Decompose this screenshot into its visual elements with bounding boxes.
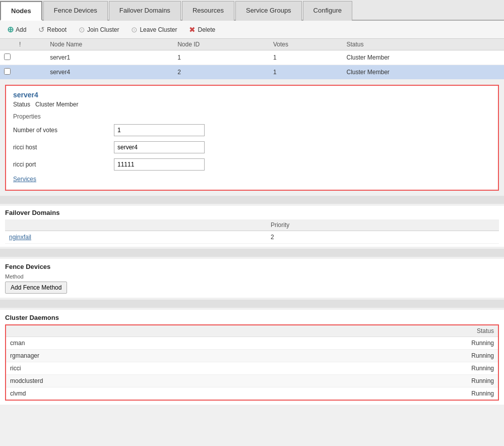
row-checkbox-cell-1[interactable]: [0, 65, 15, 80]
row-votes-1: 1: [269, 65, 343, 80]
col-status: Status: [343, 39, 504, 50]
properties-section: Properties Number of votes ricci host ri…: [13, 113, 491, 171]
votes-label: Number of votes: [13, 127, 114, 134]
tab-service-groups[interactable]: Service Groups: [235, 1, 302, 21]
fd-col-priority: Priority: [267, 219, 499, 231]
properties-label: Properties: [13, 113, 491, 120]
row-indicator-1: [15, 65, 46, 80]
fd-table-row[interactable]: nginxfail 2: [5, 231, 499, 244]
col-node-name: Node Name: [46, 39, 173, 50]
status-value: Cluster Member: [35, 101, 78, 108]
join-cluster-label: Join Cluster: [87, 26, 119, 33]
daemon-status-4: Running: [287, 387, 498, 401]
row-votes-0: 1: [269, 50, 343, 65]
tab-nodes[interactable]: Nodes: [0, 1, 42, 21]
separator-3: [0, 300, 504, 308]
cluster-daemons-heading: Cluster Daemons: [5, 314, 499, 321]
failover-domains-section: Failover Domains Priority nginxfail 2: [0, 206, 504, 247]
col-votes: Votes: [269, 39, 343, 50]
tab-failover-domains[interactable]: Failover Domains: [109, 1, 181, 21]
col-indicator: !: [15, 39, 46, 50]
daemon-name-2: ricci: [6, 362, 287, 375]
fd-row-priority-0: 2: [267, 231, 499, 244]
daemon-table-row: clvmd Running: [6, 387, 498, 401]
row-name-0: server1: [46, 50, 173, 65]
daemons-table: Status cman Running rgmanager Running ri…: [5, 324, 499, 401]
fence-devices-heading: Fence Devices: [5, 263, 499, 270]
reboot-icon: ↺: [38, 25, 45, 34]
row-checkbox-cell-0[interactable]: [0, 50, 15, 65]
daemon-status-2: Running: [287, 362, 498, 375]
separator-1: [0, 196, 504, 204]
row-checkbox-0[interactable]: [4, 53, 11, 60]
fd-row-name-0[interactable]: nginxfail: [5, 231, 267, 244]
tab-resources[interactable]: Resources: [182, 1, 234, 21]
join-cluster-button[interactable]: ⊙ Join Cluster: [77, 24, 121, 35]
row-nodeid-1: 2: [173, 65, 269, 80]
row-status-0: Cluster Member: [343, 50, 504, 65]
tab-bar: Nodes Fence Devices Failover Domains Res…: [0, 0, 504, 21]
failover-domains-heading: Failover Domains: [5, 209, 499, 216]
toolbar: ⊕ Add ↺ Reboot ⊙ Join Cluster ⊙ Leave Cl…: [0, 21, 504, 39]
votes-input[interactable]: [114, 124, 205, 136]
col-checkbox: [0, 39, 15, 50]
add-button[interactable]: ⊕ Add: [5, 24, 28, 35]
daemon-table-row: cman Running: [6, 337, 498, 350]
reboot-label: Reboot: [47, 26, 67, 33]
fd-col-name: [5, 219, 267, 231]
delete-icon: ✖: [189, 25, 196, 34]
fence-devices-section: Fence Devices Method Add Fence Method: [0, 259, 504, 298]
prop-row-ricci-host: ricci host: [13, 141, 491, 153]
daemon-status-1: Running: [287, 350, 498, 362]
daemon-table-row: ricci Running: [6, 362, 498, 375]
failover-domains-table: Priority nginxfail 2: [5, 219, 499, 244]
row-status-1: Cluster Member: [343, 65, 504, 80]
table-row[interactable]: server4 2 1 Cluster Member: [0, 65, 504, 80]
tab-fence-devices[interactable]: Fence Devices: [43, 1, 108, 21]
delete-label: Delete: [198, 26, 215, 33]
add-fence-method-button[interactable]: Add Fence Method: [5, 282, 67, 294]
add-icon: ⊕: [7, 25, 14, 34]
fence-method-label: Method: [5, 273, 499, 280]
prop-row-ricci-port: ricci port: [13, 158, 491, 171]
delete-button[interactable]: ✖ Delete: [187, 24, 217, 35]
node-table: ! Node Name Node ID Votes Status server1…: [0, 39, 504, 80]
daemon-name-4: clvmd: [6, 387, 287, 401]
prop-row-votes: Number of votes: [13, 124, 491, 136]
main-content: ! Node Name Node ID Votes Status server1…: [0, 39, 504, 442]
row-indicator-0: [15, 50, 46, 65]
row-nodeid-0: 1: [173, 50, 269, 65]
cluster-daemons-section: Cluster Daemons Status cman Running rgma…: [0, 310, 504, 405]
detail-status: Status Cluster Member: [13, 101, 491, 108]
ricci-host-input[interactable]: [114, 141, 205, 153]
daemon-name-3: modclusterd: [6, 375, 287, 387]
daemon-status-0: Running: [287, 337, 498, 350]
daemon-table-row: rgmanager Running: [6, 350, 498, 362]
daemon-table-row: modclusterd Running: [6, 375, 498, 387]
add-label: Add: [16, 26, 26, 33]
col-node-id: Node ID: [173, 39, 269, 50]
daemon-status-3: Running: [287, 375, 498, 387]
daemon-col-name: [6, 325, 287, 337]
table-row[interactable]: server1 1 1 Cluster Member: [0, 50, 504, 65]
leave-icon: ⊙: [131, 25, 138, 34]
leave-cluster-label: Leave Cluster: [140, 26, 177, 33]
ricci-host-label: ricci host: [13, 144, 114, 151]
detail-panel: server4 Status Cluster Member Properties…: [5, 85, 499, 191]
leave-cluster-button[interactable]: ⊙ Leave Cluster: [129, 24, 179, 35]
ricci-port-label: ricci port: [13, 161, 114, 168]
separator-2: [0, 249, 504, 257]
tab-configure[interactable]: Configure: [303, 1, 352, 21]
reboot-button[interactable]: ↺ Reboot: [36, 24, 69, 35]
daemon-name-1: rgmanager: [6, 350, 287, 362]
row-checkbox-1[interactable]: [4, 68, 11, 75]
detail-title: server4: [13, 91, 491, 99]
row-name-1: server4: [46, 65, 173, 80]
ricci-port-input[interactable]: [114, 158, 205, 171]
daemon-col-status: Status: [287, 325, 498, 337]
status-label: Status: [13, 101, 30, 108]
daemon-name-0: cman: [6, 337, 287, 350]
services-label[interactable]: Services: [13, 176, 491, 183]
join-icon: ⊙: [79, 25, 85, 34]
